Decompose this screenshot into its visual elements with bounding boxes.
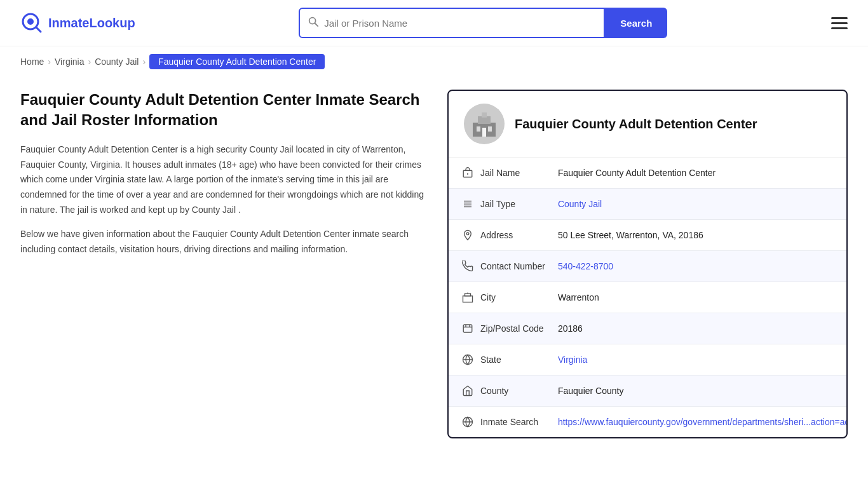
breadcrumb-virginia[interactable]: Virginia [55, 57, 84, 67]
breadcrumb-county-jail[interactable]: County Jail [95, 57, 139, 67]
globe-icon [461, 353, 474, 366]
list-icon [461, 198, 474, 210]
main-content: Fauquier County Adult Detention Center I… [0, 77, 868, 464]
county-icon [461, 384, 474, 397]
table-row: StateVirginia [449, 344, 848, 376]
row-link[interactable]: https://www.fauquiercounty.gov/governmen… [558, 417, 848, 427]
search-button[interactable]: Search [605, 8, 667, 38]
city-icon [461, 291, 474, 304]
info-card: Fauquier County Adult Detention Center J… [447, 90, 848, 438]
search-icon [308, 16, 319, 30]
page-title: Fauquier County Adult Detention Center I… [20, 90, 427, 131]
row-label-cell: County [449, 376, 558, 407]
row-value-cell: Fauquier County [558, 376, 848, 407]
table-row: Contact Number540-422-8700 [449, 251, 848, 282]
card-header: Fauquier County Adult Detention Center [449, 91, 846, 158]
row-value-cell[interactable]: County Jail [558, 189, 848, 220]
row-value-cell: Fauquier County Adult Detention Center [558, 158, 848, 189]
description-para2: Below we have given information about th… [20, 227, 427, 257]
row-label: Address [480, 230, 513, 240]
svg-rect-8 [482, 112, 487, 118]
table-row: Inmate Searchhttps://www.fauquiercounty.… [449, 407, 848, 438]
row-label: Inmate Search [480, 417, 538, 427]
logo[interactable]: InmateLookup [20, 11, 135, 34]
svg-rect-19 [463, 296, 473, 302]
svg-rect-20 [465, 294, 471, 296]
table-row: Address50 Lee Street, Warrenton, VA, 201… [449, 220, 848, 251]
description-para1: Fauquier County Adult Detention Center i… [20, 142, 427, 218]
row-label: Jail Type [480, 199, 515, 209]
search-globe-icon [461, 416, 474, 428]
svg-rect-22 [463, 325, 472, 332]
row-value-cell: 50 Lee Street, Warrenton, VA, 20186 [558, 220, 848, 251]
row-link[interactable]: County Jail [558, 199, 602, 209]
row-label: State [480, 355, 501, 365]
facility-avatar [464, 104, 505, 144]
row-label: County [480, 386, 508, 396]
row-label-cell: Address [449, 220, 558, 251]
search-input[interactable] [324, 18, 596, 29]
row-value-cell[interactable]: 540-422-8700 [558, 251, 848, 282]
row-label-cell: Zip/Postal Code [449, 313, 558, 344]
row-link[interactable]: Virginia [558, 355, 587, 365]
svg-rect-11 [482, 128, 486, 137]
row-label: Jail Name [480, 168, 520, 178]
svg-point-1 [27, 18, 34, 25]
svg-line-2 [36, 27, 41, 32]
breadcrumb-sep-1: › [48, 57, 51, 67]
svg-rect-9 [477, 126, 480, 132]
logo-icon [20, 11, 43, 34]
row-link[interactable]: 540-422-8700 [558, 261, 613, 271]
table-row: Zip/Postal Code20186 [449, 313, 848, 344]
row-label: City [480, 292, 496, 302]
svg-point-18 [466, 233, 469, 235]
table-row: Jail NameFauquier County Adult Detention… [449, 158, 848, 189]
breadcrumb-current: Fauquier County Adult Detention Center [149, 54, 325, 69]
row-label-cell: Inmate Search [449, 407, 558, 438]
svg-line-4 [315, 23, 318, 26]
row-label: Zip/Postal Code [480, 323, 544, 334]
row-label-cell: City [449, 282, 558, 313]
phone-icon [461, 260, 474, 273]
pin-icon [461, 229, 474, 241]
info-table: Jail NameFauquier County Adult Detention… [449, 158, 848, 437]
breadcrumb-sep-3: › [142, 57, 146, 67]
search-bar: Search [299, 8, 667, 38]
row-value-cell: 20186 [558, 313, 848, 344]
hamburger-menu[interactable] [831, 17, 848, 29]
row-label-cell: Contact Number [449, 251, 558, 282]
svg-rect-10 [488, 126, 492, 132]
search-input-wrapper [299, 8, 605, 38]
row-value-cell[interactable]: https://www.fauquiercounty.gov/governmen… [558, 407, 848, 438]
breadcrumb: Home › Virginia › County Jail › Fauquier… [0, 46, 868, 77]
card-title: Fauquier County Adult Detention Center [515, 117, 757, 132]
jail-icon [461, 166, 474, 179]
table-row: CountyFauquier County [449, 376, 848, 407]
zip-icon [461, 322, 474, 335]
row-label-cell: State [449, 344, 558, 376]
logo-text: InmateLookup [48, 16, 135, 30]
left-content: Fauquier County Adult Detention Center I… [20, 90, 427, 266]
table-row: Jail TypeCounty Jail [449, 189, 848, 220]
header: InmateLookup Search [0, 0, 868, 46]
row-label-cell: Jail Type [449, 189, 558, 220]
row-value-cell: Warrenton [558, 282, 848, 313]
table-row: CityWarrenton [449, 282, 848, 313]
breadcrumb-sep-2: › [88, 57, 91, 67]
row-label-cell: Jail Name [449, 158, 558, 189]
breadcrumb-home[interactable]: Home [20, 57, 44, 67]
row-label: Contact Number [480, 261, 545, 271]
row-value-cell[interactable]: Virginia [558, 344, 848, 376]
